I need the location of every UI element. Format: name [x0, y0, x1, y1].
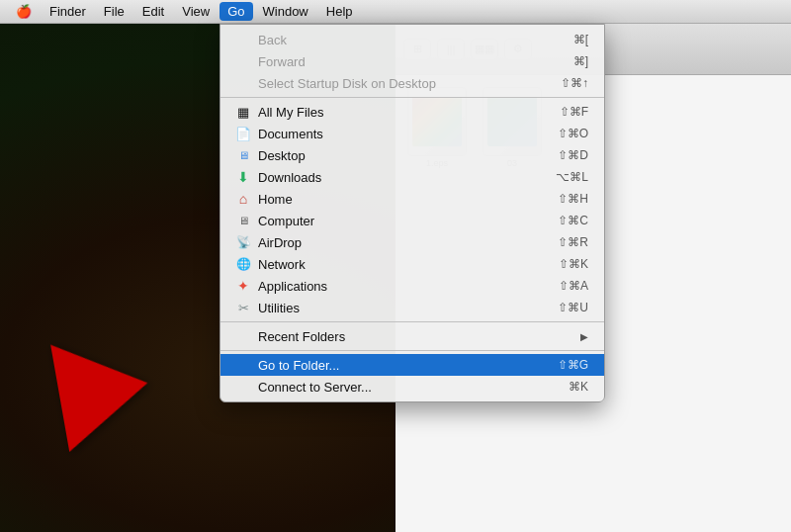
separator-1 — [220, 97, 604, 98]
network-icon: 🌐 — [234, 256, 252, 272]
go-to-folder-icon — [234, 357, 252, 373]
menubar-item-finder-label[interactable]: Finder — [42, 2, 94, 21]
all-my-files-label: All My Files — [258, 105, 560, 120]
apple-icon: 🍎 — [16, 4, 32, 19]
back-icon — [234, 32, 252, 47]
airdrop-icon: 📡 — [234, 234, 252, 250]
menu-item-forward[interactable]: Forward ⌘] — [220, 50, 604, 72]
go-to-folder-shortcut: ⇧⌘G — [558, 358, 588, 372]
computer-label: Computer — [258, 214, 558, 228]
startup-icon — [234, 75, 252, 91]
downloads-shortcut: ⌥⌘L — [556, 170, 588, 184]
recent-folders-icon — [234, 328, 252, 344]
home-icon: ⌂ — [234, 191, 252, 207]
desktop-shortcut: ⇧⌘D — [558, 148, 588, 162]
red-arrow-indicator — [50, 329, 157, 452]
applications-shortcut: ⇧⌘A — [559, 279, 588, 293]
computer-shortcut: ⇧⌘C — [558, 214, 588, 227]
forward-shortcut: ⌘] — [573, 54, 588, 68]
menu-item-utilities[interactable]: ✂ Utilities ⇧⌘U — [220, 297, 604, 318]
recent-folders-label: Recent Folders — [258, 329, 580, 344]
computer-icon: 🖥 — [234, 213, 252, 228]
startup-shortcut: ⇧⌘↑ — [561, 76, 588, 90]
home-label: Home — [258, 192, 558, 207]
forward-icon — [234, 53, 252, 69]
menu-item-documents[interactable]: 📄 Documents ⇧⌘O — [220, 123, 604, 144]
startup-label: Select Startup Disk on Desktop — [258, 76, 561, 91]
menubar-item-file[interactable]: File — [96, 2, 132, 21]
downloads-icon: ⬇ — [234, 169, 252, 185]
menubar: 🍎 Finder File Edit View Go Window Help — [0, 0, 791, 24]
menu-item-airdrop[interactable]: 📡 AirDrop ⇧⌘R — [220, 231, 604, 253]
menubar-item-go[interactable]: Go — [220, 2, 252, 21]
all-my-files-icon: ▦ — [234, 104, 252, 120]
menu-item-network[interactable]: 🌐 Network ⇧⌘K — [220, 253, 604, 275]
connect-label: Connect to Server... — [258, 380, 569, 395]
back-label: Back — [258, 33, 573, 47]
go-to-folder-label: Go to Folder... — [258, 358, 558, 373]
documents-shortcut: ⇧⌘O — [558, 127, 588, 140]
documents-label: Documents — [258, 127, 558, 141]
network-label: Network — [258, 257, 559, 272]
menu-item-computer[interactable]: 🖥 Computer ⇧⌘C — [220, 210, 604, 231]
menu-item-connect-to-server[interactable]: Connect to Server... ⌘K — [220, 376, 604, 398]
menubar-item-help[interactable]: Help — [318, 2, 361, 21]
downloads-label: Downloads — [258, 170, 556, 185]
documents-icon: 📄 — [234, 126, 252, 141]
menu-item-desktop[interactable]: 🖥 Desktop ⇧⌘D — [220, 144, 604, 166]
utilities-shortcut: ⇧⌘U — [558, 301, 588, 314]
recent-folders-arrow: ▶ — [580, 331, 588, 342]
desktop-label: Desktop — [258, 148, 558, 163]
desktop-icon: 🖥 — [234, 147, 252, 163]
menu-item-home[interactable]: ⌂ Home ⇧⌘H — [220, 188, 604, 210]
airdrop-shortcut: ⇧⌘R — [558, 235, 588, 249]
menu-item-go-to-folder[interactable]: Go to Folder... ⇧⌘G — [220, 354, 604, 376]
home-shortcut: ⇧⌘H — [558, 192, 588, 206]
menubar-item-window[interactable]: Window — [255, 2, 316, 21]
menu-item-startup-disk[interactable]: Select Startup Disk on Desktop ⇧⌘↑ — [220, 72, 604, 94]
back-shortcut: ⌘[ — [573, 33, 588, 46]
airdrop-label: AirDrop — [258, 235, 558, 250]
menu-item-applications[interactable]: ✦ Applications ⇧⌘A — [220, 275, 604, 297]
all-my-files-shortcut: ⇧⌘F — [560, 105, 588, 119]
menubar-item-view[interactable]: View — [174, 2, 218, 21]
network-shortcut: ⇧⌘K — [559, 257, 588, 271]
utilities-icon: ✂ — [234, 300, 252, 315]
applications-icon: ✦ — [234, 278, 252, 294]
applications-label: Applications — [258, 279, 559, 294]
separator-2 — [220, 321, 604, 322]
menu-item-back[interactable]: Back ⌘[ — [220, 29, 604, 50]
go-menu-dropdown: Back ⌘[ Forward ⌘] Select Startup Disk o… — [220, 24, 605, 402]
menu-item-downloads[interactable]: ⬇ Downloads ⌥⌘L — [220, 166, 604, 188]
forward-label: Forward — [258, 54, 573, 69]
menubar-item-edit[interactable]: Edit — [134, 2, 172, 21]
utilities-label: Utilities — [258, 301, 558, 315]
menu-item-recent-folders[interactable]: Recent Folders ▶ — [220, 325, 604, 347]
menubar-item-finder[interactable]: 🍎 — [8, 2, 40, 21]
connect-shortcut: ⌘K — [569, 380, 588, 394]
separator-3 — [220, 350, 604, 351]
connect-icon — [234, 379, 252, 395]
menu-item-all-my-files[interactable]: ▦ All My Files ⇧⌘F — [220, 101, 604, 123]
